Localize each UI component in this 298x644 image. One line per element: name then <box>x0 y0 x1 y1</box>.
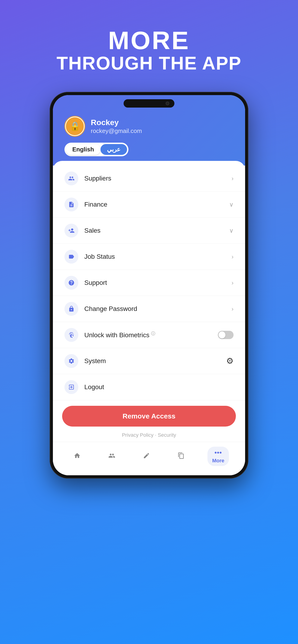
suppliers-chevron: › <box>231 175 233 182</box>
finance-label: Finance <box>84 201 223 208</box>
home-icon <box>74 452 81 461</box>
users-icon <box>108 452 115 461</box>
menu-item-logout[interactable]: Logout <box>53 374 245 400</box>
language-english-button[interactable]: English <box>66 144 101 155</box>
edit-icon <box>143 452 150 461</box>
language-arabic-button[interactable]: عربي <box>101 144 127 155</box>
user-email: rockey@gmail.com <box>91 128 142 134</box>
nav-more-label: More <box>212 458 224 464</box>
biometrics-label: Unlock with Biometrics ⓘ <box>84 331 212 339</box>
title-more: MORE <box>57 28 241 53</box>
user-name: Rockey <box>91 118 142 127</box>
sales-label: Sales <box>84 227 223 234</box>
page-header: MORE THROUGH THE APP <box>57 28 241 74</box>
support-label: Support <box>84 279 225 286</box>
menu-item-change-password[interactable]: Change Password › <box>53 296 245 322</box>
bottom-nav: ••• More <box>53 442 245 475</box>
sales-chevron: ∨ <box>229 227 233 234</box>
nav-docs[interactable] <box>173 450 189 463</box>
biometrics-icon <box>65 328 78 342</box>
menu-area: Suppliers › Finance ∨ Sales ∨ <box>53 161 245 475</box>
system-label: System <box>84 357 220 365</box>
phone-notch <box>124 99 174 108</box>
menu-item-job-status[interactable]: Job Status › <box>53 244 245 270</box>
menu-item-biometrics[interactable]: Unlock with Biometrics ⓘ <box>53 322 245 348</box>
job-status-chevron: › <box>231 253 233 260</box>
avatar-icon: 🔒 <box>66 117 84 135</box>
support-chevron: › <box>231 279 233 286</box>
title-sub: THROUGH THE APP <box>57 53 241 74</box>
change-password-chevron: › <box>231 306 233 312</box>
docs-icon <box>178 452 185 461</box>
camera-dot <box>166 102 169 105</box>
menu-item-finance[interactable]: Finance ∨ <box>53 192 245 218</box>
system-gear-icon: ⚙ <box>226 356 233 366</box>
change-password-label: Change Password <box>84 305 225 312</box>
avatar: 🔒 <box>65 116 85 137</box>
biometrics-info-icon: ⓘ <box>151 331 155 336</box>
suppliers-label: Suppliers <box>84 175 225 182</box>
job-status-icon <box>65 250 78 264</box>
nav-more[interactable]: ••• More <box>207 447 229 466</box>
phone-frame: 🔒 Rockey rockey@gmail.com English عربي S… <box>50 92 248 478</box>
user-info: Rockey rockey@gmail.com <box>91 118 142 134</box>
suppliers-icon <box>65 172 78 185</box>
menu-item-sales[interactable]: Sales ∨ <box>53 218 245 244</box>
logout-label: Logout <box>84 384 233 391</box>
language-toggle: English عربي <box>65 143 128 156</box>
job-status-label: Job Status <box>84 253 225 260</box>
change-password-icon <box>65 302 78 316</box>
sales-icon <box>65 224 78 238</box>
user-row: 🔒 Rockey rockey@gmail.com <box>65 116 233 137</box>
finance-icon <box>65 198 78 212</box>
nav-users[interactable] <box>104 450 120 463</box>
support-icon <box>65 276 78 290</box>
logout-icon <box>65 380 78 394</box>
menu-item-support[interactable]: Support › <box>53 270 245 296</box>
privacy-text: Privacy Policy · Security <box>53 430 245 442</box>
biometrics-toggle[interactable] <box>218 331 233 339</box>
finance-chevron: ∨ <box>229 201 233 208</box>
nav-more-dots: ••• <box>215 449 222 456</box>
nav-edit[interactable] <box>138 450 155 463</box>
remove-access-button[interactable]: Remove Access <box>62 406 236 426</box>
system-icon <box>65 354 78 368</box>
nav-home[interactable] <box>69 450 85 463</box>
phone-inner: 🔒 Rockey rockey@gmail.com English عربي S… <box>53 95 245 475</box>
menu-item-system[interactable]: System ⚙ <box>53 348 245 374</box>
menu-item-suppliers[interactable]: Suppliers › <box>53 166 245 192</box>
